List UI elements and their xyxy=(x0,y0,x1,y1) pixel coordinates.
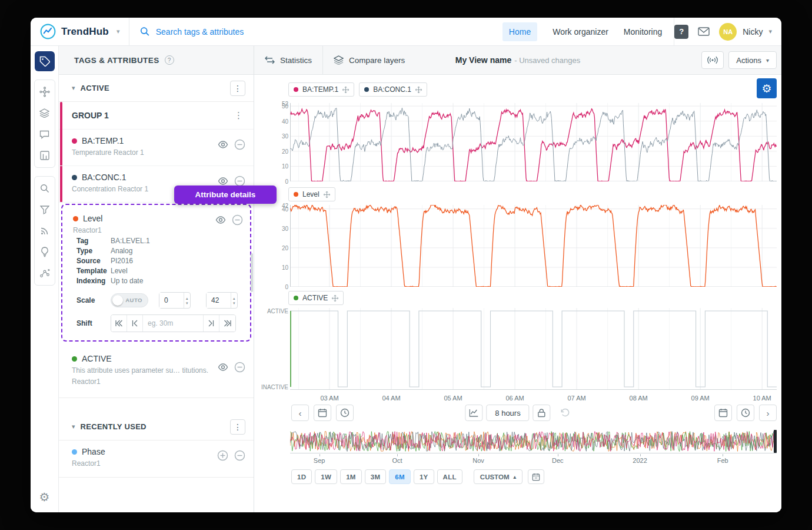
context-overview-strip[interactable] xyxy=(290,430,777,453)
attribute-name: ACTIVE xyxy=(82,354,112,363)
stepper-up-icon[interactable]: ▴ xyxy=(186,296,188,300)
remove-minus-icon[interactable] xyxy=(232,214,243,226)
brand-chevron-icon[interactable]: ▾ xyxy=(117,28,120,35)
rail-comments-button[interactable] xyxy=(35,124,54,145)
trend-view-button[interactable] xyxy=(465,405,482,421)
shift-far-right-icon[interactable] xyxy=(219,315,235,332)
visibility-eye-icon[interactable] xyxy=(218,141,228,148)
zoom-1y[interactable]: 1Y xyxy=(414,469,434,484)
legend-chip-active[interactable]: ACTIVE xyxy=(288,291,344,305)
zoom-all[interactable]: ALL xyxy=(437,469,462,484)
chevron-down-icon[interactable]: ▾ xyxy=(72,84,75,92)
scale-min-input[interactable] xyxy=(159,293,184,308)
remove-minus-icon[interactable] xyxy=(234,362,245,373)
series-color-dot xyxy=(364,87,369,92)
rail-filter-button[interactable] xyxy=(35,199,54,220)
legend-chip-ba-temp-1[interactable]: BA:TEMP.1 xyxy=(288,82,354,97)
add-plus-icon[interactable] xyxy=(217,450,228,461)
actions-button[interactable]: Actions ▾ xyxy=(728,51,777,69)
zoom-1d[interactable]: 1D xyxy=(291,469,312,484)
section-recent-menu-icon[interactable]: ⋮ xyxy=(230,419,245,435)
visibility-eye-icon[interactable] xyxy=(218,363,228,371)
scale-auto-toggle[interactable]: AUTO xyxy=(111,293,148,307)
chevron-down-icon[interactable]: ▾ xyxy=(72,423,75,430)
rail-tags-button[interactable] xyxy=(35,51,55,71)
rail-dashboards-button[interactable] xyxy=(35,145,54,166)
clock-icon xyxy=(340,408,350,418)
statistics-button[interactable]: Statistics xyxy=(254,46,322,74)
search-input[interactable] xyxy=(156,27,502,37)
user-menu-chevron-icon[interactable]: ▾ xyxy=(768,28,772,35)
remove-minus-icon[interactable] xyxy=(234,450,245,461)
sidebar-scrollbar-thumb[interactable] xyxy=(251,253,253,292)
group-menu-icon[interactable]: ⋮ xyxy=(234,110,243,121)
plot-2[interactable] xyxy=(290,205,777,287)
y-axis-label: 0 xyxy=(259,284,288,290)
layers-icon xyxy=(334,55,344,65)
pan-left-button[interactable]: ‹ xyxy=(291,405,309,421)
zoom-custom-button[interactable]: CUSTOM ▴ xyxy=(474,469,523,484)
time-range-button[interactable]: 8 hours xyxy=(486,405,529,421)
visibility-eye-icon[interactable] xyxy=(218,177,228,185)
nav-home[interactable]: Home xyxy=(502,22,537,41)
tag-item-ba-temp-1[interactable]: BA:TEMP.1 Temperature Reactor 1 xyxy=(59,130,254,166)
legend-chip-level[interactable]: Level xyxy=(288,187,335,201)
calendar-end-button[interactable] xyxy=(714,405,732,421)
compare-layers-button[interactable]: Compare layers xyxy=(323,46,415,74)
time-axis-label: 04 AM xyxy=(382,395,400,402)
stepper-down-icon[interactable]: ▾ xyxy=(186,301,188,305)
mail-icon[interactable] xyxy=(698,27,710,36)
custom-range-calendar-button[interactable] xyxy=(528,469,544,484)
rail-layers-button[interactable] xyxy=(35,102,54,124)
zoom-6m[interactable]: 6M xyxy=(389,469,411,484)
remove-minus-icon[interactable] xyxy=(234,139,245,150)
help-icon[interactable]: ? xyxy=(674,25,688,39)
recent-item-phase[interactable]: Phase Reactor1 xyxy=(59,440,254,478)
calendar-start-button[interactable] xyxy=(314,405,331,421)
zoom-1w[interactable]: 1W xyxy=(315,469,337,484)
attribute-item-active[interactable]: ACTIVE This attribute uses parameter su…… xyxy=(59,347,254,398)
shift-far-left-icon[interactable] xyxy=(111,315,127,332)
month-label: Nov xyxy=(472,457,484,464)
zoom-1m[interactable]: 1M xyxy=(340,469,362,484)
live-broadcast-button[interactable] xyxy=(701,51,724,69)
avatar[interactable]: NA xyxy=(719,23,737,41)
lock-range-button[interactable] xyxy=(533,405,551,421)
time-end-button[interactable] xyxy=(737,405,754,421)
time-start-button[interactable] xyxy=(336,405,354,421)
chart-settings-gear-button[interactable]: ⚙ xyxy=(757,78,777,98)
rail-ml-button[interactable] xyxy=(35,263,54,284)
nav-monitoring[interactable]: Monitoring xyxy=(624,27,662,37)
search-icon xyxy=(40,184,49,193)
nav-work-organizer[interactable]: Work organizer xyxy=(553,27,608,37)
panel-help-icon[interactable]: ? xyxy=(165,55,174,65)
overview-drag-handle[interactable] xyxy=(774,430,777,453)
pan-right-button[interactable]: › xyxy=(759,405,777,421)
scale-max-input[interactable] xyxy=(207,293,231,308)
lightbulb-icon xyxy=(41,247,49,257)
toggle-knob xyxy=(112,295,123,306)
visibility-eye-icon[interactable] xyxy=(215,216,226,224)
series-color-dot xyxy=(294,87,298,92)
brand-logo[interactable]: TrendHub ▾ xyxy=(31,24,119,39)
stepper-up-icon[interactable]: ▴ xyxy=(233,296,235,300)
rail-hierarchy-button[interactable] xyxy=(35,81,54,102)
attribute-item-level[interactable]: Level Reactor1 xyxy=(62,207,250,236)
plot-1[interactable] xyxy=(290,103,777,181)
plot-3[interactable] xyxy=(290,308,777,390)
shift-input[interactable] xyxy=(143,315,204,332)
move-icon xyxy=(324,191,330,198)
time-axis-label: 06 AM xyxy=(505,395,524,402)
rail-settings-button[interactable]: ⚙ xyxy=(39,491,50,503)
zoom-3m[interactable]: 3M xyxy=(365,469,387,484)
legend-chip-ba-conc-1[interactable]: BA:CONC.1 xyxy=(359,82,427,97)
shift-right-icon[interactable] xyxy=(204,315,219,332)
field-label: Type xyxy=(76,246,111,256)
shift-left-icon[interactable] xyxy=(127,315,143,332)
section-active-menu-icon[interactable]: ⋮ xyxy=(230,81,245,96)
rail-recommendations-button[interactable] xyxy=(35,241,54,263)
rail-search-button[interactable] xyxy=(35,178,54,199)
rail-monitors-button[interactable] xyxy=(35,220,54,241)
nav-center-controls: 8 hours xyxy=(465,405,570,421)
stepper-down-icon[interactable]: ▾ xyxy=(233,301,235,305)
